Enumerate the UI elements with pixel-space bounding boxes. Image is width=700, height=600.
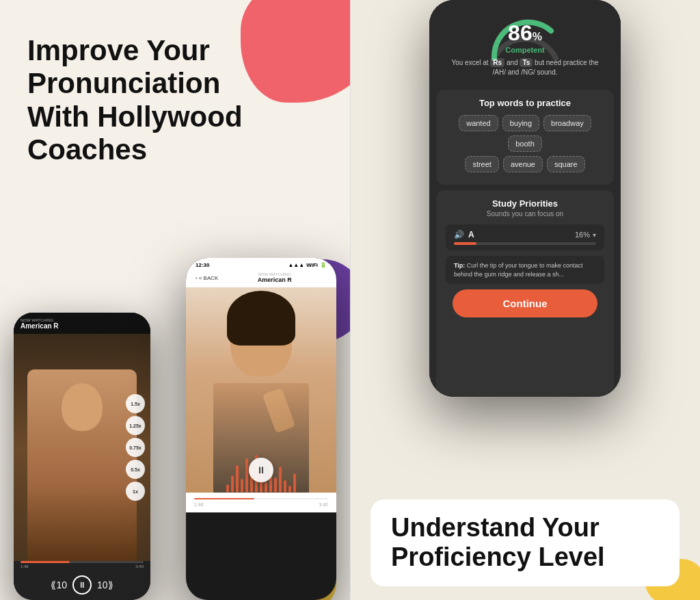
phones-container: NOW WATCHING American R 1.5x 1.25x 0.75x… <box>14 190 350 600</box>
practice-title: Top words to practice <box>446 98 604 108</box>
playback-controls-back: ⟪10 ⏸ 10⟫ <box>14 573 150 600</box>
word-tags-row-2: street avenue square <box>446 156 604 172</box>
gauge-description: You excel at Rs and Ts but need practice… <box>443 58 607 77</box>
tip-label: Tip: <box>454 262 465 269</box>
front-bottom: 1:46 3:40 <box>186 493 336 512</box>
wave-bar-4 <box>241 479 243 493</box>
time-total-back: 3:40 <box>135 564 144 569</box>
phone-front: 12:30 ▲▲▲ WiFi 🔋 ‹ < BACK NOW WATCHING A… <box>186 258 336 600</box>
highlight-ts: Ts <box>520 58 533 67</box>
tip-content: Curl the tip of your tongue to make cont… <box>454 262 582 278</box>
back-label: < BACK <box>199 275 219 281</box>
sound-letter-a: A <box>468 230 474 239</box>
lesson-title-back: American R <box>21 322 144 330</box>
wave-bar-11 <box>274 478 277 493</box>
word-tag-wanted[interactable]: wanted <box>459 115 498 131</box>
speed-1x[interactable]: 1x <box>126 482 145 501</box>
video-area-front: ⏸ <box>186 287 336 493</box>
man-face <box>27 369 137 561</box>
tip-box: Tip: Curl the tip of your tongue to make… <box>446 256 604 284</box>
study-subtitle: Sounds you can focus on <box>446 210 604 218</box>
study-item-header: 🔊 A 16% ▾ <box>454 230 596 239</box>
current-time-front: 1:46 <box>194 502 204 507</box>
phone-back-screen: NOW WATCHING American R 1.5x 1.25x 0.75x… <box>14 313 150 600</box>
panel-divider <box>350 0 351 600</box>
word-tag-booth[interactable]: booth <box>508 135 542 152</box>
skip-forward-10-button[interactable]: 10⟫ <box>97 579 113 590</box>
status-bar-front: 12:30 ▲▲▲ WiFi 🔋 <box>186 258 336 271</box>
wave-bar-9 <box>265 482 267 493</box>
video-area-back: 1.5x 1.25x 0.75x 0.5x 1x <box>14 334 150 561</box>
right-bottom-text: Understand Your Proficiency Level <box>371 499 679 586</box>
phone-right: 86 % Competent You excel at Rs and Ts bu… <box>429 0 621 397</box>
progress-fill-a <box>454 242 476 245</box>
volume-icon: 🔊 <box>454 230 464 239</box>
status-time-front: 12:30 <box>196 262 209 268</box>
total-time-front: 3:40 <box>319 502 328 507</box>
score-percent-symbol: % <box>533 31 542 43</box>
time-fill-front <box>194 498 254 499</box>
study-title: Study Priorities <box>446 198 604 209</box>
signal-icon: ▲▲▲ <box>288 262 304 268</box>
speed-1-25x[interactable]: 1.25x <box>126 416 145 435</box>
wave-bar-1 <box>226 484 229 493</box>
time-current-back: 1:46 <box>21 564 29 569</box>
score-display: 86 % <box>508 27 542 46</box>
battery-icon: 🔋 <box>320 262 327 268</box>
competent-label: Competent <box>505 46 544 54</box>
wave-bar-13 <box>284 480 286 493</box>
study-percent: 16% <box>575 231 590 239</box>
chevron-down-icon: ▾ <box>593 231 596 239</box>
progress-fill-back <box>21 561 70 563</box>
phone-back-top: NOW WATCHING American R <box>14 313 150 334</box>
progress-bar-back[interactable] <box>21 561 144 563</box>
wave-bar-2 <box>231 475 234 493</box>
pause-button-back[interactable]: ⏸ <box>72 575 92 595</box>
back-button-front[interactable]: ‹ < BACK <box>196 275 218 281</box>
phone-back: NOW WATCHING American R 1.5x 1.25x 0.75x… <box>14 313 150 600</box>
pct-chevron: 16% ▾ <box>575 231 596 239</box>
lesson-title-front: American R <box>222 276 327 283</box>
nav-bar-front: ‹ < BACK NOW WATCHING American R <box>186 271 336 287</box>
highlight-rs: Rs <box>490 58 504 67</box>
time-bar-front[interactable] <box>194 498 328 499</box>
phone-right-inner: 86 % Competent You excel at Rs and Ts bu… <box>429 0 621 397</box>
word-tag-square[interactable]: square <box>547 156 585 172</box>
time-labels-front: 1:46 3:40 <box>194 502 328 507</box>
skip-back-10-button[interactable]: ⟪10 <box>51 579 67 590</box>
speed-1-5x[interactable]: 1.5x <box>126 394 145 413</box>
word-tag-street[interactable]: street <box>465 156 499 172</box>
study-item-left: 🔊 A <box>454 230 474 239</box>
wave-bar-3 <box>236 465 239 493</box>
word-tag-buying[interactable]: buying <box>502 115 539 131</box>
status-icons-front: ▲▲▲ WiFi 🔋 <box>288 262 327 268</box>
speed-buttons: 1.5x 1.25x 0.75x 0.5x 1x <box>126 394 145 501</box>
study-item-a[interactable]: 🔊 A 16% ▾ <box>446 224 604 250</box>
left-panel: Improve Your Pronunciation With Hollywoo… <box>0 0 350 600</box>
progress-track-a <box>454 242 596 245</box>
wave-bar-5 <box>245 458 248 493</box>
wave-bar-12 <box>279 467 282 493</box>
speed-0-5x[interactable]: 0.5x <box>126 460 145 479</box>
wave-bar-15 <box>293 473 296 493</box>
play-indicator-front[interactable]: ⏸ <box>249 458 273 482</box>
left-headline: Improve Your Pronunciation With Hollywoo… <box>27 34 287 166</box>
right-headline: Understand Your Proficiency Level <box>371 499 679 586</box>
time-labels-back: 1:46 3:40 <box>14 564 150 573</box>
word-tag-broadway[interactable]: broadway <box>543 115 591 131</box>
study-section: Study Priorities Sounds you can focus on… <box>436 190 614 397</box>
practice-section: Top words to practice wanted buying broa… <box>436 90 614 185</box>
speed-0-75x[interactable]: 0.75x <box>126 438 145 457</box>
word-tags-row-1: wanted buying broadway booth <box>446 115 604 152</box>
right-panel: 86 % Competent You excel at Rs and Ts bu… <box>350 0 700 600</box>
back-arrow-icon: ‹ <box>196 275 198 281</box>
score-number: 86 <box>508 21 533 46</box>
continue-button[interactable]: Continue <box>453 289 597 317</box>
wifi-icon: WiFi <box>306 262 318 268</box>
wave-bar-14 <box>288 486 291 493</box>
word-tag-avenue[interactable]: avenue <box>503 156 543 172</box>
gauge-container: 86 % Competent You excel at Rs and Ts bu… <box>429 0 621 84</box>
